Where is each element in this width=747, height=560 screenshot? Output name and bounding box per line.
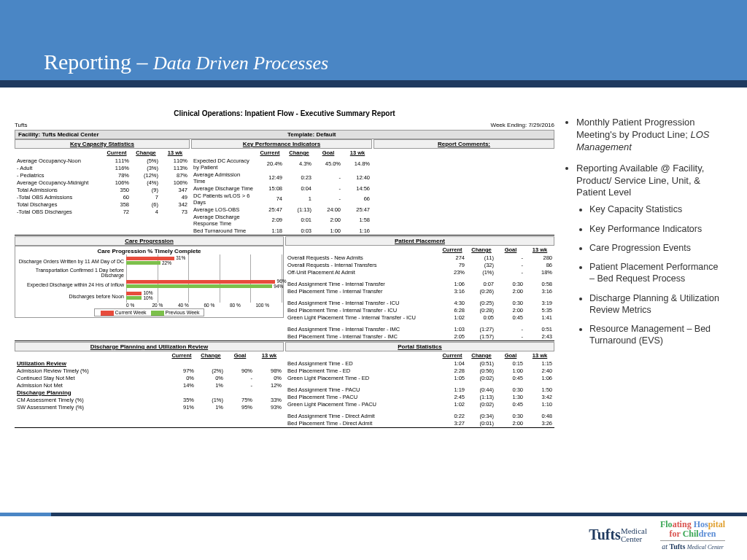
- bar-row: Expected Discharge within 24 Hrs of Infl…: [17, 279, 282, 289]
- table-row: - Pediatrics78%(12%)87%: [15, 171, 190, 179]
- care-progression-section: Care Progression Care Progression % Time…: [15, 236, 284, 340]
- facility-row: Facility: Tufts Medical Center Template:…: [15, 130, 554, 139]
- table-row: Green Light Placement Time - PACU1:02(0:…: [285, 400, 554, 408]
- table-row: Overall Requests - New Admits274(11)-280: [285, 254, 554, 261]
- week-ending: Week Ending: 7/29/2016: [491, 122, 554, 128]
- table-row: Average Occupancy-Noon111%(5%)110%: [15, 157, 190, 164]
- dpu-header: Discharge Planning and Utilization Revie…: [15, 342, 284, 351]
- title-banner: Reporting – Data Driven Processes: [0, 0, 747, 88]
- footer-accent: [0, 513, 51, 516]
- kpi-table: CurrentChangeGoal13 wkExpected DC Accura…: [191, 149, 372, 234]
- bullet-list: Monthly Patient Progression Meeting's by…: [565, 117, 725, 356]
- floating-hospital-logo: Floating Hospital for Children at Tufts …: [660, 520, 725, 551]
- kpi-section: Key Performance Indicators CurrentChange…: [191, 139, 372, 234]
- patient-placement-section: Patient Placement CurrentChangeGoal13 wk…: [285, 236, 554, 340]
- portal-header: Portal Statistics: [285, 342, 554, 351]
- facility-label: Facility: Tufts Medical Center: [15, 131, 285, 139]
- table-row: Bed Assignment Time - Internal Transfer1…: [285, 280, 554, 287]
- table-row: Continued Stay Not Met0%0%-0%: [15, 374, 284, 381]
- care-chart-title: Care Progression % Timely Complete: [17, 248, 282, 254]
- portal-table: CurrentChangeGoal13 wkBed Assignment Tim…: [285, 351, 554, 427]
- table-row: Green Light Placement Time - Internal Tr…: [285, 314, 554, 321]
- table-row: Total Admissions350(9)347: [15, 186, 190, 193]
- sub-bullet: Care Progression Events: [589, 242, 725, 254]
- dpu-table: CurrentChangeGoal13 wkUtilization Review…: [15, 351, 284, 411]
- table-row: Admission Not Met14%1%-12%: [15, 381, 284, 389]
- table-row: -Total OBS Admissions60749: [15, 193, 190, 201]
- sub-bullet: Patient Placement Performance – Bed Requ…: [589, 261, 725, 285]
- footer-bar: [0, 513, 747, 516]
- bullet-2: Reporting Available @ Facility, Product/…: [576, 163, 725, 347]
- report-comments-header: Report Comments:: [374, 139, 554, 149]
- legend-current: Current Week: [115, 310, 147, 315]
- table-row: Admission Review Timely (%)97%(2%)90%98%: [15, 367, 284, 374]
- report-title: Clinical Operations: Inpatient Flow - Ex…: [15, 109, 554, 117]
- legend-swatch-prev: [151, 311, 164, 316]
- sub-bullet: Key Capacity Statistics: [589, 203, 725, 215]
- bar-row: Discharge Orders Written by 11 AM Day of…: [17, 256, 282, 266]
- care-legend: Current Week Previous Week: [17, 310, 282, 316]
- table-row: Average Discharge Response Time2:090:012…: [191, 213, 372, 227]
- care-chart: Care Progression % Timely Complete Disch…: [15, 246, 284, 318]
- table-row: Bed Placement Time - Internal Transfer3:…: [285, 287, 554, 295]
- kpi-header: Key Performance Indicators: [191, 139, 372, 149]
- banner-stripe: [0, 80, 747, 88]
- bar-row: Transportation Confirmed 1 Day before Di…: [17, 268, 282, 278]
- table-row: - Adult116%(3%)113%: [15, 164, 190, 171]
- table-row: Total Discharges358(6)342: [15, 201, 190, 208]
- table-row: Bed Assignment Time - Direct Admit0:22(0…: [285, 412, 554, 419]
- table-row: Overall Requests - Internal Transfers79(…: [285, 261, 554, 268]
- sub-bullet: Key Performance Indicators: [589, 223, 725, 235]
- table-row: DC Patients w/LOS > 6 Days741-66: [191, 192, 372, 206]
- table-row: Average LOS-OBS25:47(1:13)24:0025:47: [191, 206, 372, 213]
- kcs-header: Key Capacity Statistics: [15, 139, 190, 149]
- table-row: Green Light Placement Time - ED1:05(0:02…: [285, 374, 554, 381]
- table-row: Bed Placement Time - ED2:28(0:56)1:002:4…: [285, 367, 554, 374]
- portal-section: Portal Statistics CurrentChangeGoal13 wk…: [285, 342, 554, 427]
- table-row: Bed Assignment Time - ED1:04(0:51)0:151:…: [285, 359, 554, 367]
- report-screenshot: Clinical Operations: Inpatient Flow - Ex…: [15, 109, 554, 429]
- table-row: -Total OBS Discharges72473: [15, 208, 190, 215]
- bar-row: Discharges before Noon10%10%: [17, 291, 282, 301]
- table-row: CM Assessment Timely (%)35%(1%)75%33%: [15, 396, 284, 403]
- table-row: Bed Placement Time - Direct Admit3:27(0:…: [285, 419, 554, 427]
- title-sub: Data Driven Processes: [153, 52, 328, 74]
- sub-bullet: Discharge Planning & Utilization Review …: [589, 292, 725, 316]
- table-row: Bed Placement Time - Internal Transfer -…: [285, 306, 554, 314]
- bullet-1: Monthly Patient Progression Meeting's by…: [576, 117, 725, 154]
- table-row: Bed Assignment Time - Internal Transfer …: [285, 325, 554, 332]
- table-row: Off-Unit Placement At Admit23%(1%)-18%: [285, 268, 554, 276]
- dpu-section: Discharge Planning and Utilization Revie…: [15, 342, 284, 427]
- care-xaxis: 0 %20 %40 %60 %80 %100 %: [126, 303, 282, 308]
- footer-logos: TuftsMedicalCenter Floating Hospital for…: [589, 520, 725, 551]
- pp-table: CurrentChangeGoal13 wkOverall Requests -…: [285, 246, 554, 340]
- table-row: Average Admission Time12:490:23-12:40: [191, 171, 372, 184]
- sub-bullet: Resource Management – Bed Turnaround (EV…: [589, 323, 725, 347]
- pp-header: Patient Placement: [285, 236, 554, 246]
- table-row: Average Discharge Time15:080:04-14:56: [191, 184, 372, 192]
- template-label: Template: Default: [285, 131, 554, 139]
- care-header: Care Progression: [15, 236, 284, 246]
- legend-prev: Previous Week: [166, 310, 200, 315]
- table-row: Average Occupancy-Midnight106%(4%)106%: [15, 179, 190, 186]
- legend-swatch-current: [101, 311, 114, 316]
- title-main: Reporting –: [44, 50, 153, 74]
- table-row: Bed Placement Time - PACU2:45(1:13)1:303…: [285, 393, 554, 400]
- table-row: Bed Placement Time - Internal Transfer -…: [285, 332, 554, 340]
- report-comments-section: Report Comments:: [374, 139, 554, 234]
- slide-title: Reporting – Data Driven Processes: [44, 50, 328, 74]
- kcs-table: CurrentChange13 wkAverage Occupancy-Noon…: [15, 149, 190, 215]
- tufts-logo: TuftsMedicalCenter: [589, 527, 647, 543]
- report-org: Tufts: [15, 122, 27, 128]
- table-row: SW Assessment Timely (%)91%1%95%93%: [15, 403, 284, 411]
- kcs-section: Key Capacity Statistics CurrentChange13 …: [15, 139, 190, 234]
- table-row: Bed Assignment Time - Internal Transfer …: [285, 299, 554, 306]
- table-row: Bed Turnaround Time1:180:031:001:16: [191, 227, 372, 234]
- table-row: Bed Assignment Time - PACU1:19(0:44)0:30…: [285, 386, 554, 393]
- table-row: Expected DC Accuracy by Patient20.4%4.3%…: [191, 157, 372, 171]
